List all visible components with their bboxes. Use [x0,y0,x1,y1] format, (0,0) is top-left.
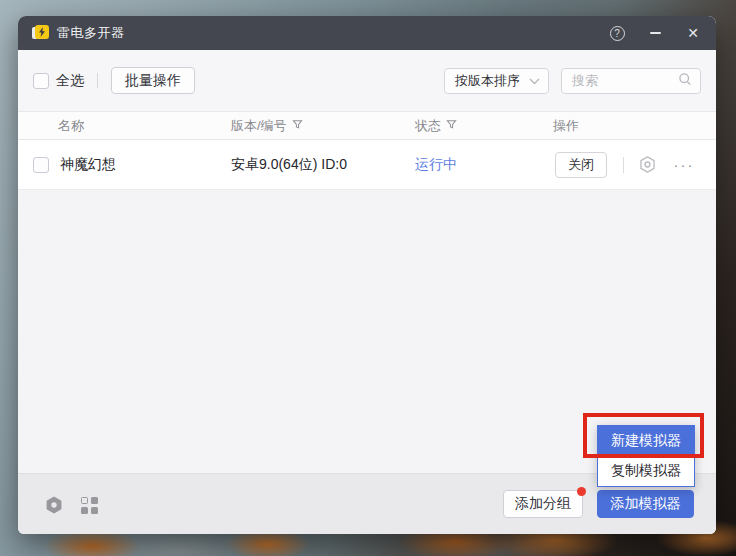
row-checkbox[interactable] [33,157,49,173]
close-button[interactable]: ✕ [684,24,702,42]
search-box [561,68,701,94]
toolbar: 全选 批量操作 按版本排序 [18,50,716,111]
emulator-version: 安卓9.0(64位) ID:0 [231,140,347,189]
table-header: 名称 版本/编号 状态 操作 [18,111,716,140]
emulator-row[interactable]: 神魔幻想 安卓9.0(64位) ID:0 运行中 关闭 ··· [18,140,716,190]
sort-dropdown[interactable]: 按版本排序 [444,68,549,94]
chevron-down-icon [529,73,540,88]
lightning-icon [35,25,49,39]
select-all-label: 全选 [56,72,84,90]
ellipsis-icon: ··· [674,156,695,173]
app-logo-icon [32,25,49,41]
action-divider [623,157,624,173]
gear-icon [638,155,657,174]
add-emulator-button[interactable]: 添加模拟器 [597,490,694,518]
minimize-button[interactable] [646,24,664,42]
add-emulator-context-menu: 新建模拟器 复制模拟器 [597,425,695,487]
desktop-wallpaper: 雷电多开器 ? ✕ 全选 批量操作 按版本排序 [0,0,736,556]
toolbar-divider [97,73,98,88]
settings-button[interactable] [44,495,64,515]
window-title: 雷电多开器 [57,24,125,42]
search-icon [678,72,692,89]
status-badge: 运行中 [415,140,457,189]
filter-icon[interactable] [292,118,303,133]
column-header-status-label: 状态 [415,117,441,135]
more-options-button[interactable]: ··· [675,157,693,171]
filter-icon[interactable] [446,118,457,133]
notification-dot [577,487,586,496]
grid-icon [81,497,98,514]
select-all-checkbox[interactable] [33,73,49,89]
add-group-button[interactable]: 添加分组 [503,490,583,518]
column-header-name: 名称 [58,112,84,139]
column-header-name-label: 名称 [58,117,84,135]
column-header-actions-label: 操作 [553,117,579,135]
batch-operations-button[interactable]: 批量操作 [111,67,195,94]
row-settings-button[interactable] [638,155,657,174]
menu-item-copy-emulator[interactable]: 复制模拟器 [598,456,694,486]
emulator-name: 神魔幻想 [60,140,116,189]
gear-icon [44,495,64,515]
add-group-label: 添加分组 [515,495,571,513]
column-header-version: 版本/编号 [231,112,303,139]
search-input[interactable] [572,73,672,88]
titlebar: 雷电多开器 ? ✕ [18,16,716,50]
help-button[interactable]: ? [608,24,626,42]
column-header-actions: 操作 [553,112,579,139]
menu-item-new-emulator[interactable]: 新建模拟器 [598,426,694,456]
layout-grid-button[interactable] [79,495,99,515]
column-header-status: 状态 [415,112,457,139]
stop-emulator-button[interactable]: 关闭 [555,152,607,178]
row-checkbox-cell [33,140,49,189]
help-icon: ? [610,26,625,41]
sort-dropdown-value: 按版本排序 [455,72,520,90]
column-header-version-label: 版本/编号 [231,117,287,135]
minimize-icon [650,32,661,34]
close-icon: ✕ [687,26,699,40]
